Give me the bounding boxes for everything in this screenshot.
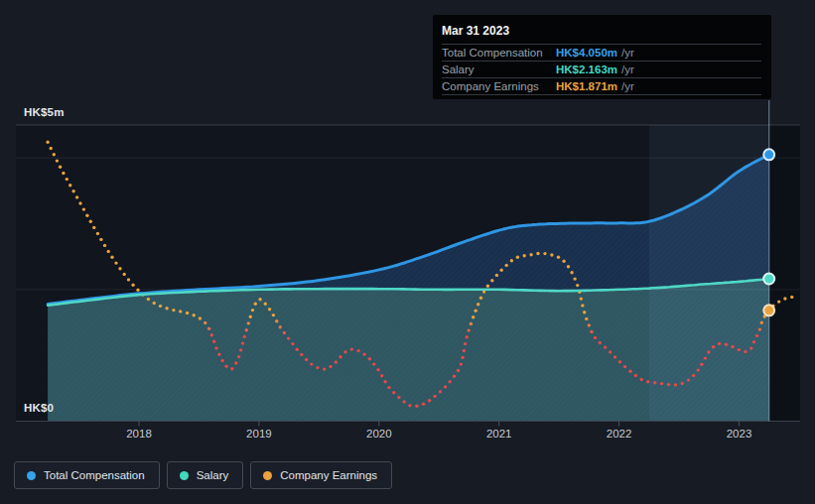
salary-marker [763,274,774,285]
tooltip-row-unit: /yr [621,63,634,75]
legend-item-total-compensation[interactable]: Total Compensation [14,461,160,489]
chart-legend: Total CompensationSalaryCompany Earnings [14,461,392,489]
tooltip-row-value: HK$2.163m [556,63,617,75]
chart-tooltip: Mar 31 2023 Total CompensationHK$4.050m/… [433,15,771,99]
remuneration-chart: HK$5m HK$0 201820192020202120222023 Mar … [0,0,815,504]
company-earnings-marker [763,305,774,315]
legend-label: Salary [197,469,229,481]
tooltip-row-label: Total Compensation [442,47,556,59]
tooltip-row-company-earnings: Company EarningsHK$1.871m/yr [442,77,761,95]
highlight-band-last-year [649,125,769,422]
x-axis-label-2023: 2023 [727,428,752,440]
legend-dot-icon [27,471,36,480]
legend-label: Total Compensation [44,469,145,481]
legend-item-salary[interactable]: Salary [167,461,244,489]
legend-dot-icon [263,471,272,480]
y-axis-max-label: HK$5m [24,106,65,118]
tooltip-row-unit: /yr [621,47,634,59]
tooltip-row-label: Company Earnings [442,80,556,92]
legend-item-company-earnings[interactable]: Company Earnings [250,461,392,489]
tooltip-row-total-compensation: Total CompensationHK$4.050m/yr [442,44,761,61]
x-axis-label-2020: 2020 [366,428,392,440]
tooltip-row-salary: SalaryHK$2.163m/yr [442,61,761,77]
future-region-shade [769,125,800,422]
legend-label: Company Earnings [280,469,377,481]
x-axis-label-2019: 2019 [246,428,272,440]
x-axis-label-2022: 2022 [607,428,632,440]
y-axis-min-label: HK$0 [24,402,54,414]
x-axis-label-2018: 2018 [126,428,152,440]
tooltip-row-value: HK$1.871m [556,80,617,92]
tooltip-date: Mar 31 2023 [442,22,761,44]
total-compensation-marker [763,149,774,160]
tooltip-row-label: Salary [442,63,556,75]
tooltip-row-unit: /yr [621,80,634,92]
x-axis-label-2021: 2021 [486,428,512,440]
tooltip-row-value: HK$4.050m [556,47,617,59]
legend-dot-icon [180,471,189,480]
